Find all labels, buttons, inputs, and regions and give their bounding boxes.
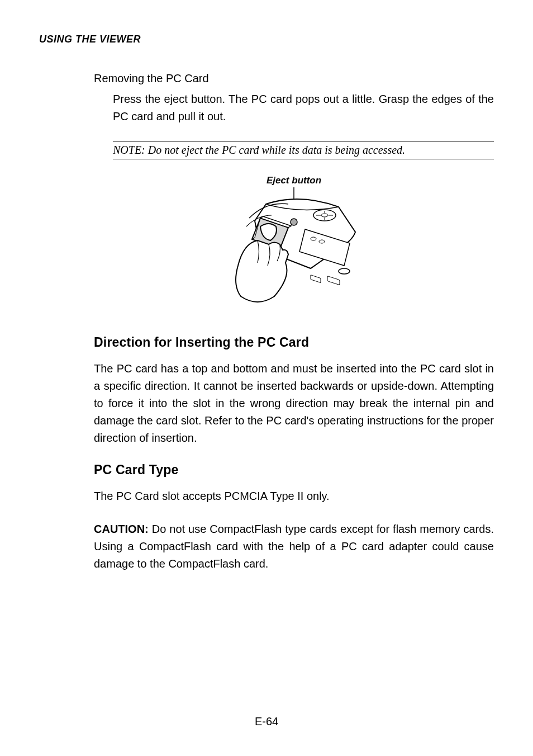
section-removing-body-wrap: Press the eject button. The PC card pops…: [94, 91, 494, 159]
svg-point-2: [321, 214, 328, 217]
caution-body: Do not use CompactFlash type cards excep…: [94, 523, 494, 570]
svg-point-7: [311, 237, 316, 240]
note-text: NOTE: Do not eject the PC card while its…: [113, 144, 405, 156]
svg-point-8: [319, 240, 325, 243]
svg-rect-9: [327, 276, 340, 285]
running-header: USING THE VIEWER: [39, 34, 494, 45]
svg-point-11: [291, 219, 297, 225]
figure-caption: Eject button: [94, 175, 494, 186]
section-direction-heading: Direction for Inserting the PC Card: [94, 335, 494, 350]
section-direction-body: The PC card has a top and bottom and mus…: [94, 360, 494, 447]
caution-label: CAUTION:: [94, 523, 149, 535]
note-box: NOTE: Do not eject the PC card while its…: [113, 141, 494, 159]
section-removing-title: Removing the PC Card: [94, 72, 494, 85]
pc-card-eject-illustration-icon: [227, 187, 361, 310]
svg-point-12: [339, 268, 350, 274]
figure: Eject button: [94, 175, 494, 313]
section-cardtype-body: The PC Card slot accepts PCMCIA Type II …: [94, 488, 494, 505]
caution-paragraph: CAUTION: Do not use CompactFlash type ca…: [94, 521, 494, 573]
document-page: USING THE VIEWER Removing the PC Card Pr…: [0, 0, 533, 756]
section-cardtype-heading: PC Card Type: [94, 462, 494, 478]
svg-rect-10: [311, 275, 321, 283]
page-content: Removing the PC Card Press the eject but…: [39, 72, 494, 573]
section-removing-body: Press the eject button. The PC card pops…: [113, 91, 494, 125]
page-number: E-64: [0, 715, 533, 728]
